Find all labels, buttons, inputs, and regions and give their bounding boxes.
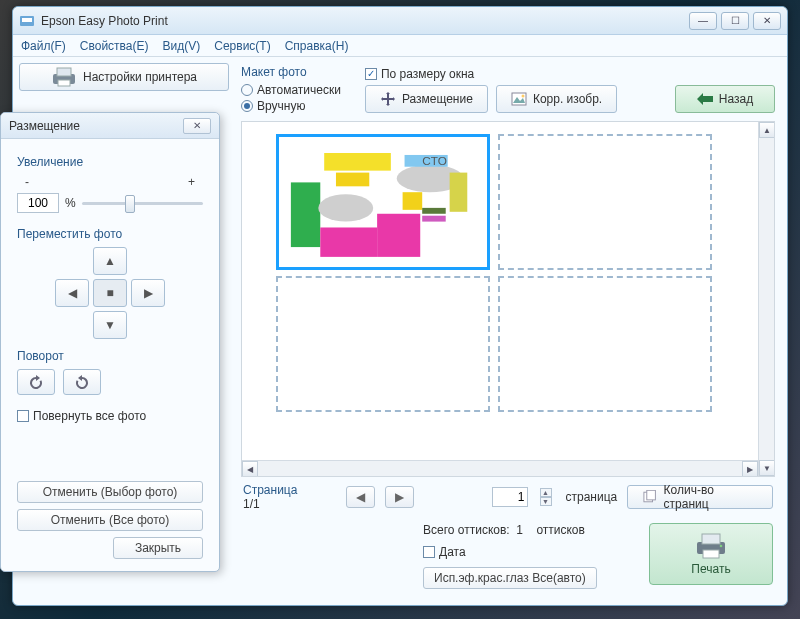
window-title: Epson Easy Photo Print — [41, 14, 689, 28]
svg-rect-13 — [336, 173, 369, 187]
cancel-selection-label: Отменить (Выбор фото) — [43, 485, 178, 499]
pages-icon — [642, 490, 657, 504]
printer-icon — [51, 66, 77, 88]
vertical-scrollbar[interactable]: ▲ ▼ — [758, 122, 774, 476]
radio-manual-indicator — [241, 100, 253, 112]
correct-image-label: Корр. изобр. — [533, 92, 602, 106]
page-group: Страница 1/1 — [243, 483, 297, 511]
cancel-all-button[interactable]: Отменить (Все фото) — [17, 509, 203, 531]
printer-large-icon — [694, 532, 728, 560]
move-down-button[interactable]: ▼ — [93, 311, 127, 339]
radio-manual[interactable]: Вручную — [241, 99, 341, 113]
print-page: CTO — [276, 134, 716, 414]
zoom-section-label: Увеличение — [17, 155, 203, 169]
placement-button[interactable]: Размещение — [365, 85, 488, 113]
zoom-slider[interactable] — [82, 193, 203, 213]
picture-icon — [511, 91, 527, 107]
redeye-button[interactable]: Исп.эф.крас.глаз Все(авто) — [423, 567, 597, 589]
scroll-down-button[interactable]: ▼ — [759, 460, 775, 476]
footer: Всего оттисков: 1 оттисков Дата Исп.эф.к… — [235, 517, 781, 599]
menu-service[interactable]: Сервис(T) — [214, 39, 270, 53]
menubar: Файл(F) Свойства(E) Вид(V) Сервис(T) Спр… — [13, 35, 787, 57]
move-dpad: ▲ ◀ ■ ▶ ▼ — [17, 247, 203, 339]
move-section-label: Переместить фото — [17, 227, 203, 241]
placement-panel-title: Размещение — [9, 119, 80, 133]
svg-rect-11 — [377, 214, 420, 257]
svg-rect-19 — [422, 208, 446, 214]
page-count-label: Колич-во страниц — [664, 483, 758, 511]
placement-panel-titlebar[interactable]: Размещение ✕ — [1, 113, 219, 139]
minimize-button[interactable]: — — [689, 12, 717, 30]
top-options: Макет фото Автоматически Вручную По разм… — [235, 63, 781, 121]
date-label: Дата — [439, 545, 466, 559]
menu-file[interactable]: Файл(F) — [21, 39, 66, 53]
zoom-input[interactable] — [17, 193, 59, 213]
move-left-button[interactable]: ◀ — [55, 279, 89, 307]
move-right-button[interactable]: ▶ — [131, 279, 165, 307]
cancel-all-label: Отменить (Все фото) — [51, 513, 170, 527]
rotate-ccw-button[interactable] — [17, 369, 55, 395]
rotate-row — [17, 369, 203, 395]
window-buttons: — ☐ ✕ — [689, 12, 781, 30]
svg-rect-12 — [324, 153, 391, 171]
svg-rect-20 — [422, 216, 446, 222]
photo-slot-2[interactable] — [498, 134, 712, 270]
placement-panel-body: Увеличение -+ % Переместить фото ▲ ◀ ■ ▶… — [1, 139, 219, 471]
rotate-ccw-icon — [28, 375, 44, 389]
zoom-plus-icon: + — [188, 175, 195, 189]
date-checkbox[interactable]: Дата — [423, 545, 466, 559]
close-button[interactable]: ✕ — [753, 12, 781, 30]
total-prints-value: 1 — [516, 523, 523, 537]
zoom-unit: % — [65, 196, 76, 210]
top-button-row: Размещение Корр. изобр. Назад — [365, 85, 775, 113]
placement-panel-close[interactable]: ✕ — [183, 118, 211, 134]
scroll-left-button[interactable]: ◀ — [242, 461, 258, 477]
next-page-button[interactable]: ▶ — [385, 486, 414, 508]
scroll-right-button[interactable]: ▶ — [742, 461, 758, 477]
svg-rect-9 — [291, 182, 320, 247]
placement-panel-bottom: Отменить (Выбор фото) Отменить (Все фото… — [1, 471, 219, 571]
svg-rect-4 — [58, 80, 70, 86]
page-spinner[interactable]: ▲▼ — [540, 488, 552, 506]
svg-rect-23 — [647, 490, 656, 500]
rotate-all-label: Повернуть все фото — [33, 409, 146, 423]
move-center-button[interactable]: ■ — [93, 279, 127, 307]
back-arrow-icon — [697, 93, 713, 105]
svg-rect-5 — [512, 93, 526, 105]
zoom-minus-icon: - — [25, 175, 29, 189]
zoom-row: % — [17, 193, 203, 213]
back-button[interactable]: Назад — [675, 85, 775, 113]
correct-image-button[interactable]: Корр. изобр. — [496, 85, 617, 113]
printer-settings-button[interactable]: Настройки принтера — [19, 63, 229, 91]
cancel-selection-button[interactable]: Отменить (Выбор фото) — [17, 481, 203, 503]
prev-page-button[interactable]: ◀ — [346, 486, 375, 508]
svg-point-7 — [521, 95, 524, 98]
floorplan-image: CTO — [285, 143, 481, 261]
scroll-up-button[interactable]: ▲ — [759, 122, 775, 138]
menu-view[interactable]: Вид(V) — [163, 39, 201, 53]
move-icon — [380, 91, 396, 107]
close-panel-button[interactable]: Закрыть — [113, 537, 203, 559]
total-prints-label: Всего оттисков: — [423, 523, 510, 537]
radio-auto[interactable]: Автоматически — [241, 83, 341, 97]
page-count-button[interactable]: Колич-во страниц — [627, 485, 773, 509]
placement-label: Размещение — [402, 92, 473, 106]
print-button[interactable]: Печать — [649, 523, 773, 585]
menu-help[interactable]: Справка(H) — [285, 39, 349, 53]
fit-window-checkbox[interactable]: По размеру окна — [365, 67, 775, 81]
titlebar: Epson Easy Photo Print — ☐ ✕ — [13, 7, 787, 35]
photo-slot-1[interactable]: CTO — [276, 134, 490, 270]
photo-slot-4[interactable] — [498, 276, 712, 412]
horizontal-scrollbar[interactable]: ◀ ▶ — [242, 460, 758, 476]
move-up-button[interactable]: ▲ — [93, 247, 127, 275]
menu-properties[interactable]: Свойства(E) — [80, 39, 149, 53]
rotate-all-checkbox[interactable]: Повернуть все фото — [17, 409, 203, 423]
maximize-button[interactable]: ☐ — [721, 12, 749, 30]
svg-point-27 — [720, 545, 723, 548]
rotate-cw-button[interactable] — [63, 369, 101, 395]
page-number-input[interactable] — [492, 487, 528, 507]
zoom-slider-thumb[interactable] — [125, 195, 135, 213]
svg-rect-3 — [57, 68, 71, 76]
photo-slot-3[interactable] — [276, 276, 490, 412]
page-word: страница — [566, 490, 618, 504]
